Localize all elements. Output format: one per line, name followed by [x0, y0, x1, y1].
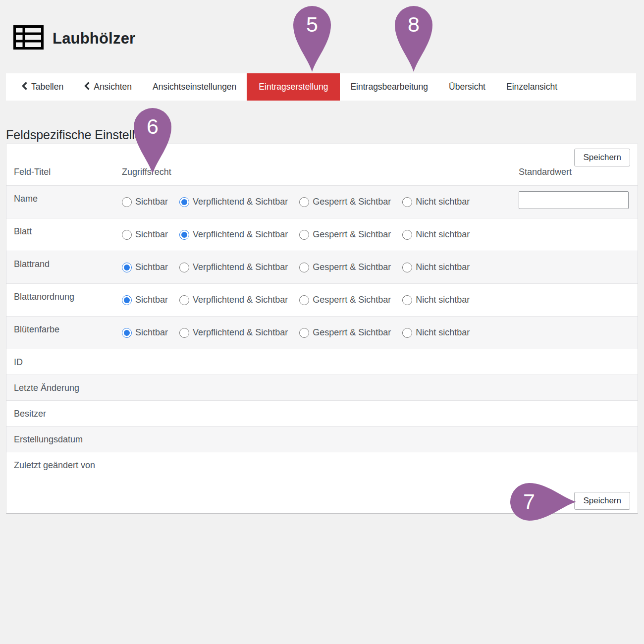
access-options: SichtbarVerpflichtend & SichtbarGesperrt… — [122, 317, 519, 349]
access-option[interactable]: Verpflichtend & Sichtbar — [179, 262, 288, 272]
table-header-row: Feld-Titel Zugriffsrecht Standardwert — [6, 167, 638, 186]
table-row: BlütenfarbeSichtbarVerpflichtend & Sicht… — [6, 317, 638, 349]
field-title: Erstellungsdatum — [6, 427, 122, 452]
annotation-pin-6: 6 — [134, 108, 171, 174]
access-option[interactable]: Gesperrt & Sichtbar — [299, 197, 391, 207]
access-option-label: Nicht sichtbar — [416, 295, 470, 305]
field-title: Name — [6, 186, 122, 218]
access-radio[interactable] — [299, 230, 309, 240]
default-value-cell — [519, 375, 638, 400]
table-row: Erstellungsdatum — [6, 427, 638, 452]
access-radio[interactable] — [402, 230, 412, 240]
access-option[interactable]: Nicht sichtbar — [402, 327, 470, 338]
access-options — [122, 452, 519, 492]
access-option-label: Verpflichtend & Sichtbar — [193, 197, 288, 207]
access-option-label: Gesperrt & Sichtbar — [313, 229, 391, 240]
pin-number: 7 — [510, 483, 548, 520]
save-button-top[interactable]: Speichern — [574, 149, 630, 166]
access-option[interactable]: Sichtbar — [122, 295, 168, 305]
table-row: Besitzer — [6, 401, 638, 427]
annotation-pin-8: 8 — [395, 6, 432, 72]
tab-tabellen[interactable]: Tabellen — [11, 73, 74, 101]
field-title: Blattrand — [6, 251, 122, 283]
table-row: BlattrandSichtbarVerpflichtend & Sichtba… — [6, 251, 638, 284]
pin-number: 5 — [293, 6, 331, 43]
access-radio[interactable] — [299, 328, 309, 338]
tab-bar: Tabellen Ansichten Ansichtseinstellungen… — [6, 73, 636, 101]
access-options — [122, 401, 519, 426]
access-radio[interactable] — [122, 197, 132, 207]
access-option[interactable]: Sichtbar — [122, 229, 168, 240]
access-radio[interactable] — [179, 328, 189, 338]
table-row: BlattSichtbarVerpflichtend & SichtbarGes… — [6, 218, 638, 251]
annotation-pin-5: 5 — [293, 6, 331, 72]
access-option[interactable]: Gesperrt & Sichtbar — [299, 229, 391, 240]
access-radio[interactable] — [402, 295, 412, 305]
access-option-label: Verpflichtend & Sichtbar — [193, 295, 288, 305]
access-option-label: Sichtbar — [135, 229, 168, 240]
access-radio[interactable] — [122, 328, 132, 338]
column-header-field-title: Feld-Titel — [6, 167, 122, 177]
table-row: ID — [6, 349, 638, 375]
access-radio[interactable] — [402, 197, 412, 207]
default-value-input[interactable] — [519, 191, 629, 209]
access-option[interactable]: Verpflichtend & Sichtbar — [179, 327, 288, 338]
pin-number: 8 — [395, 6, 432, 43]
access-radio[interactable] — [299, 197, 309, 207]
access-option[interactable]: Verpflichtend & Sichtbar — [179, 295, 288, 305]
access-option[interactable]: Verpflichtend & Sichtbar — [179, 229, 288, 240]
access-options: SichtbarVerpflichtend & SichtbarGesperrt… — [122, 218, 519, 251]
access-option[interactable]: Gesperrt & Sichtbar — [299, 262, 391, 272]
default-value-cell — [519, 427, 638, 452]
access-option[interactable]: Verpflichtend & Sichtbar — [179, 197, 288, 207]
save-button-bottom[interactable]: Speichern — [574, 492, 630, 510]
tab-label: Ansichten — [94, 82, 132, 92]
access-option-label: Sichtbar — [135, 197, 168, 207]
tab-uebersicht[interactable]: Übersicht — [438, 73, 496, 101]
access-options: SichtbarVerpflichtend & SichtbarGesperrt… — [122, 284, 519, 316]
access-option[interactable]: Sichtbar — [122, 197, 168, 207]
access-option-label: Sichtbar — [135, 295, 168, 305]
access-options — [122, 349, 519, 375]
field-title: Letzte Änderung — [6, 375, 122, 400]
access-options: SichtbarVerpflichtend & SichtbarGesperrt… — [122, 251, 519, 283]
access-radio[interactable] — [179, 197, 189, 207]
access-option-label: Verpflichtend & Sichtbar — [193, 327, 288, 338]
tab-eintragsbearbeitung[interactable]: Eintragsbearbeitung — [340, 73, 438, 101]
table-row: Letzte Änderung — [6, 375, 638, 401]
access-options — [122, 427, 519, 452]
field-title: Blütenfarbe — [6, 317, 122, 349]
tab-label: Eintragsbearbeitung — [350, 82, 428, 92]
access-radio[interactable] — [179, 295, 189, 305]
tab-ansichtseinstellungen[interactable]: Ansichtseinstellungen — [142, 73, 247, 101]
access-radio[interactable] — [179, 230, 189, 240]
tab-label: Ansichtseinstellungen — [153, 82, 236, 92]
access-option-label: Verpflichtend & Sichtbar — [193, 262, 288, 272]
access-radio[interactable] — [122, 230, 132, 240]
access-option-label: Verpflichtend & Sichtbar — [193, 229, 288, 240]
access-option[interactable]: Nicht sichtbar — [402, 229, 470, 240]
access-radio[interactable] — [299, 263, 309, 272]
access-radio[interactable] — [299, 295, 309, 305]
access-options: SichtbarVerpflichtend & SichtbarGesperrt… — [122, 186, 519, 218]
default-value-cell — [519, 284, 638, 316]
tab-eintragserstellung[interactable]: Eintragserstellung — [247, 73, 340, 101]
tab-ansichten[interactable]: Ansichten — [74, 73, 142, 101]
access-option-label: Gesperrt & Sichtbar — [313, 327, 391, 338]
pin-number: 6 — [134, 108, 171, 145]
back-chevron-icon — [22, 82, 27, 93]
access-option[interactable]: Gesperrt & Sichtbar — [299, 295, 391, 305]
access-radio[interactable] — [122, 263, 132, 272]
access-option[interactable]: Sichtbar — [122, 327, 168, 338]
access-radio[interactable] — [402, 328, 412, 338]
access-option[interactable]: Nicht sichtbar — [402, 197, 470, 207]
access-option[interactable]: Gesperrt & Sichtbar — [299, 327, 391, 338]
default-value-cell — [519, 349, 638, 375]
access-option[interactable]: Sichtbar — [122, 262, 168, 272]
access-radio[interactable] — [402, 263, 412, 272]
access-option[interactable]: Nicht sichtbar — [402, 262, 470, 272]
access-radio[interactable] — [122, 295, 132, 305]
access-option[interactable]: Nicht sichtbar — [402, 295, 470, 305]
tab-einzelansicht[interactable]: Einzelansicht — [496, 73, 568, 101]
access-radio[interactable] — [179, 263, 189, 272]
